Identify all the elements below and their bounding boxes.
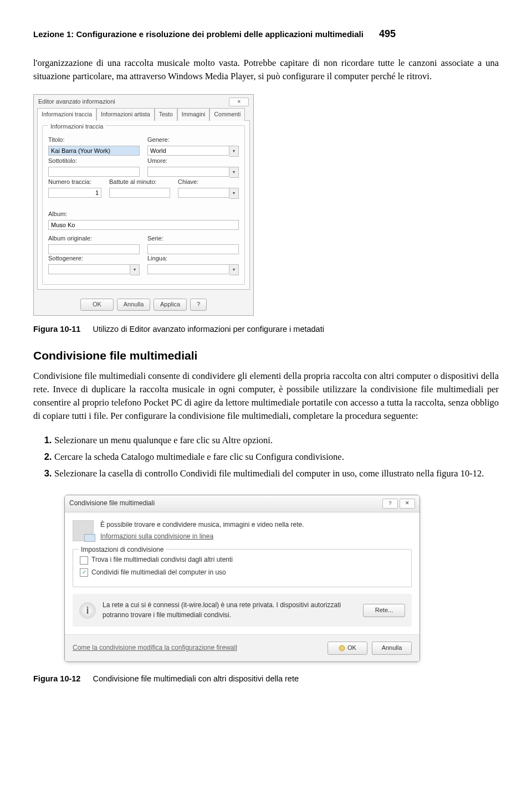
- sharing-dialog: Condivisione file multimediali ? ✕ È pos…: [64, 495, 420, 662]
- chevron-down-icon[interactable]: ▾: [229, 188, 239, 199]
- list-item: Selezionare un menu qualunque e fare cli…: [54, 434, 499, 447]
- label-albumorig: Album originale:: [48, 234, 140, 243]
- label-sottotitolo: Sottotitolo:: [48, 157, 140, 166]
- group-title: Informazioni traccia: [48, 122, 105, 131]
- album-field[interactable]: [48, 220, 239, 230]
- dialog1-title: Editor avanzato informazioni: [38, 98, 115, 106]
- help-icon[interactable]: ?: [382, 499, 398, 509]
- chevron-down-icon[interactable]: ▾: [229, 146, 239, 157]
- close-icon[interactable]: ✕: [229, 98, 249, 106]
- annulla-button[interactable]: Annulla: [372, 642, 412, 655]
- sottotitolo-field[interactable]: [48, 167, 140, 177]
- checkbox-find-media[interactable]: [80, 556, 88, 565]
- chk2-label: Condividi file multimediali del computer…: [91, 568, 226, 577]
- close-icon[interactable]: ✕: [400, 499, 415, 509]
- shield-icon: [339, 645, 345, 652]
- label-genere: Genere:: [147, 136, 239, 145]
- dialog1-tabs: Informazioni traccia Informazioni artist…: [34, 108, 253, 121]
- label-serie: Serie:: [147, 234, 239, 243]
- label-umore: Umore:: [147, 157, 239, 166]
- label-chiave: Chiave:: [178, 178, 239, 187]
- intro-paragraph: l'organizzazione di una raccolta musical…: [33, 57, 499, 83]
- tab-testo[interactable]: Testo: [155, 108, 177, 121]
- dialog2-title: Condivisione file multimediali: [69, 499, 155, 508]
- dialog2-toptext: È possibile trovare e condividere musica…: [100, 520, 304, 530]
- firewall-link[interactable]: Come la condivisione modifica la configu…: [73, 643, 237, 653]
- info-icon: i: [79, 602, 96, 619]
- albumorig-field[interactable]: [48, 244, 140, 254]
- titolo-field[interactable]: [48, 146, 140, 156]
- tab-commenti[interactable]: Commenti: [209, 108, 245, 121]
- umore-field[interactable]: [147, 167, 229, 177]
- tab-immagini[interactable]: Immagini: [177, 108, 210, 121]
- info-link[interactable]: Informazioni sulla condivisione in linea: [100, 532, 213, 541]
- section-heading: Condivisione file multimediali: [33, 347, 499, 364]
- ok-button[interactable]: OK: [80, 299, 114, 311]
- ok-button[interactable]: OK: [328, 642, 367, 655]
- sottogenere-field[interactable]: [48, 264, 130, 274]
- label-album: Album:: [48, 210, 239, 219]
- header-title: Lezione 1: Configurazione e risoluzione …: [33, 29, 364, 39]
- figure-label: Figura 10-12: [33, 674, 80, 683]
- figure-caption-1: Figura 10-11 Utilizzo di Editor avanzato…: [33, 324, 499, 335]
- section-body: Condivisione file multimediali consente …: [33, 370, 499, 423]
- page-number: 495: [379, 28, 396, 39]
- figure-text: Condivisione file multimediali con altri…: [93, 674, 299, 683]
- steps-list: Selezionare un menu qualunque e fare cli…: [33, 434, 499, 480]
- editor-dialog: Editor avanzato informazioni ✕ Informazi…: [33, 94, 254, 316]
- applica-button[interactable]: Applica: [154, 299, 187, 311]
- battute-field[interactable]: [109, 188, 170, 198]
- serie-field[interactable]: [147, 244, 239, 254]
- numero-field[interactable]: [48, 188, 101, 198]
- chevron-down-icon[interactable]: ▾: [130, 264, 140, 275]
- figure-caption-2: Figura 10-12 Condivisione file multimedi…: [33, 673, 499, 685]
- rete-button[interactable]: Rete...: [363, 604, 405, 617]
- lingua-field[interactable]: [147, 264, 229, 274]
- list-item: Cercare la scheda Catalogo multimediale …: [54, 450, 499, 464]
- chiave-field[interactable]: [178, 188, 229, 198]
- ok-label: OK: [347, 644, 356, 653]
- svg-point-0: [339, 645, 345, 651]
- label-numero: Numero traccia:: [48, 178, 101, 187]
- chk1-label: Trova i file multimediali condivisi dagl…: [91, 555, 233, 565]
- figure-text: Utilizzo di Editor avanzato informazioni…: [93, 325, 324, 334]
- group-title: Impostazioni di condivisione: [79, 545, 166, 555]
- genere-field[interactable]: [147, 146, 229, 156]
- help-button[interactable]: ?: [190, 299, 207, 311]
- chevron-down-icon[interactable]: ▾: [229, 167, 239, 178]
- checkbox-share-media[interactable]: ✓: [80, 568, 88, 577]
- label-sottogenere: Sottogenere:: [48, 254, 140, 263]
- list-item: Selezionare la casella di controllo Cond…: [54, 467, 499, 480]
- label-lingua: Lingua:: [147, 254, 239, 263]
- info-text: La rete a cui si è connessi (it-wire.loc…: [103, 601, 356, 620]
- media-share-icon: [73, 520, 94, 541]
- page-header: Lezione 1: Configurazione e risoluzione …: [33, 27, 499, 41]
- figure-label: Figura 10-11: [33, 325, 80, 334]
- label-titolo: Titolo:: [48, 136, 140, 145]
- tab-informazioni-traccia[interactable]: Informazioni traccia: [37, 108, 96, 121]
- tab-informazioni-artista[interactable]: Informazioni artista: [96, 108, 155, 121]
- label-battute: Battute al minuto:: [109, 178, 170, 187]
- chevron-down-icon[interactable]: ▾: [229, 264, 239, 275]
- annulla-button[interactable]: Annulla: [117, 299, 150, 311]
